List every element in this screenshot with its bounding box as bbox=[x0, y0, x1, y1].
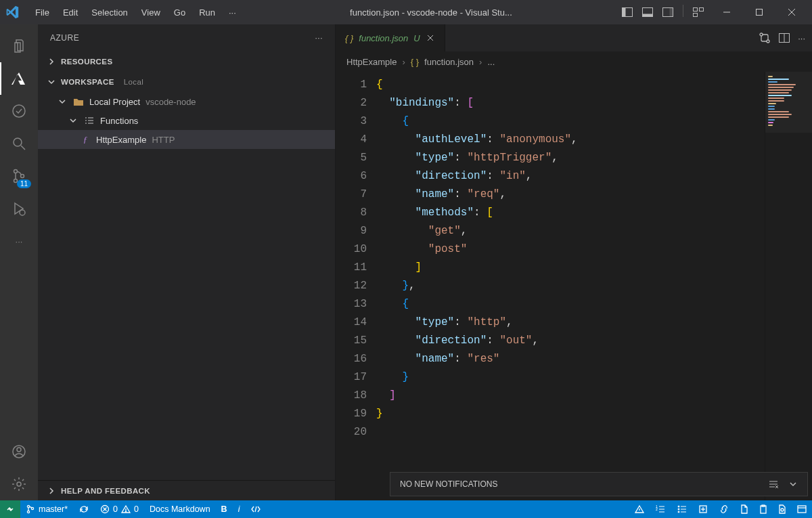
tree-function-httpexample[interactable]: ƒ HttpExample HTTP bbox=[38, 130, 335, 149]
status-problems[interactable]: 0 0 bbox=[95, 500, 144, 518]
collapse-notifications-icon[interactable] bbox=[788, 479, 798, 489]
sidebar: AZURE ··· RESOURCES WORKSPACE Local Loc bbox=[38, 24, 336, 500]
tab-function-json[interactable]: { } function.json U bbox=[336, 24, 445, 51]
status-preview-icon[interactable] bbox=[773, 500, 792, 518]
activity-account-icon[interactable] bbox=[0, 435, 38, 468]
svg-rect-6 bbox=[694, 8, 698, 12]
minimap[interactable] bbox=[765, 72, 812, 500]
section-workspace-tag: Local bbox=[124, 78, 144, 86]
menu-view[interactable]: View bbox=[135, 7, 167, 18]
status-file-icon[interactable] bbox=[735, 500, 754, 518]
status-bullet-list-icon[interactable] bbox=[671, 500, 693, 518]
activity-source-control-icon[interactable]: 11 bbox=[0, 160, 38, 192]
chevron-right-icon: › bbox=[479, 57, 482, 67]
menu-selection[interactable]: Selection bbox=[85, 7, 134, 18]
app-window: File Edit Selection View Go Run ··· func… bbox=[0, 0, 812, 518]
status-bold-label: B bbox=[221, 504, 227, 514]
layout-sidebar-left-icon[interactable] bbox=[619, 5, 635, 20]
tab-close-icon[interactable] bbox=[426, 33, 435, 43]
body-row: 11 ··· AZURE ··· R bbox=[0, 24, 812, 500]
svg-rect-3 bbox=[643, 14, 653, 17]
layout-panel-bottom-icon[interactable] bbox=[639, 5, 656, 20]
tree-function-name: HttpExample bbox=[96, 135, 146, 145]
breadcrumb-seg-folder[interactable]: HttpExample bbox=[346, 57, 397, 67]
activity-search-icon[interactable] bbox=[0, 127, 38, 160]
svg-point-14 bbox=[14, 138, 22, 146]
editor-more-icon[interactable]: ··· bbox=[798, 33, 805, 43]
activity-settings-icon[interactable] bbox=[0, 468, 38, 500]
line-number: 13 bbox=[336, 295, 367, 314]
layout-customize-icon[interactable] bbox=[690, 5, 706, 20]
svg-point-33 bbox=[767, 40, 769, 43]
section-workspace[interactable]: WORKSPACE Local bbox=[38, 72, 335, 92]
notifications-panel[interactable]: NO NEW NOTIFICATIONS bbox=[390, 472, 808, 496]
line-number: 17 bbox=[336, 368, 367, 387]
line-number: 6 bbox=[336, 167, 367, 186]
svg-line-15 bbox=[21, 146, 25, 150]
line-number: 1 bbox=[336, 76, 367, 94]
status-italic-label: i bbox=[238, 504, 240, 514]
status-branch[interactable]: master* bbox=[20, 500, 73, 518]
tab-actions: ··· bbox=[752, 24, 812, 51]
window-maximize-icon[interactable] bbox=[744, 0, 774, 24]
status-new-file-icon[interactable] bbox=[693, 500, 713, 518]
line-number: 10 bbox=[336, 240, 367, 259]
section-resources[interactable]: RESOURCES bbox=[38, 51, 335, 72]
status-warnings-count: 0 bbox=[134, 504, 139, 514]
status-docs-markdown[interactable]: Docs Markdown bbox=[144, 500, 216, 518]
section-resources-label: RESOURCES bbox=[61, 58, 112, 66]
editor-body: 1 2 3 4 5 6 7 8 9 10 11 12 13 14 15 16 1 bbox=[336, 72, 812, 500]
scm-badge: 11 bbox=[17, 179, 31, 188]
breadcrumb[interactable]: HttpExample › { } function.json › ... bbox=[336, 51, 812, 72]
status-window-icon[interactable] bbox=[792, 500, 812, 518]
line-number: 4 bbox=[336, 131, 367, 149]
sidebar-more-icon[interactable]: ··· bbox=[315, 33, 323, 43]
activity-explorer-icon[interactable] bbox=[0, 30, 38, 62]
status-remote-icon[interactable] bbox=[0, 500, 20, 518]
breadcrumb-tail[interactable]: ... bbox=[487, 57, 495, 67]
compare-changes-icon[interactable] bbox=[759, 32, 771, 44]
activity-run-debug-icon[interactable] bbox=[0, 192, 38, 225]
line-number: 9 bbox=[336, 222, 367, 240]
svg-point-57 bbox=[678, 509, 679, 510]
sidebar-title: AZURE bbox=[50, 33, 315, 43]
status-link-icon[interactable] bbox=[713, 500, 735, 518]
menu-more-icon[interactable]: ··· bbox=[222, 7, 243, 18]
status-italic[interactable]: i bbox=[233, 500, 246, 518]
window-close-icon[interactable] bbox=[777, 0, 807, 24]
line-number: 11 bbox=[336, 259, 367, 277]
layout-controls bbox=[619, 5, 706, 20]
tree-functions[interactable]: Functions bbox=[38, 111, 335, 130]
menu-file[interactable]: File bbox=[28, 7, 56, 18]
code-content[interactable]: { "bindings": [ { "authLevel": "anonymou… bbox=[376, 72, 765, 500]
clear-notifications-icon[interactable] bbox=[768, 479, 779, 489]
line-number: 8 bbox=[336, 204, 367, 222]
activity-testing-icon[interactable] bbox=[0, 95, 38, 127]
svg-rect-64 bbox=[761, 506, 766, 513]
status-code-icon[interactable] bbox=[245, 500, 267, 518]
activity-azure-icon[interactable] bbox=[0, 62, 38, 95]
section-help[interactable]: HELP AND FEEDBACK bbox=[38, 480, 335, 500]
status-alert-icon[interactable] bbox=[629, 500, 650, 518]
window-minimize-icon[interactable] bbox=[712, 0, 742, 24]
vscode-logo-icon bbox=[5, 5, 19, 19]
layout-sidebar-right-icon[interactable] bbox=[660, 5, 676, 20]
status-sync-icon[interactable] bbox=[73, 500, 95, 518]
svg-rect-10 bbox=[757, 9, 763, 16]
svg-rect-8 bbox=[694, 14, 698, 17]
chevron-right-icon bbox=[47, 58, 55, 66]
status-bold[interactable]: B bbox=[216, 500, 233, 518]
menu-go[interactable]: Go bbox=[167, 7, 192, 18]
activity-more-icon[interactable]: ··· bbox=[0, 225, 38, 257]
split-editor-icon[interactable] bbox=[779, 33, 790, 43]
menu-run[interactable]: Run bbox=[192, 7, 222, 18]
svg-marker-19 bbox=[15, 203, 23, 214]
tree-local-project[interactable]: Local Project vscode-node bbox=[38, 92, 335, 111]
status-clipboard-icon[interactable] bbox=[754, 500, 773, 518]
status-numbered-list-icon[interactable]: 12 bbox=[650, 500, 671, 518]
breadcrumb-seg-file[interactable]: function.json bbox=[424, 57, 474, 67]
menu-edit[interactable]: Edit bbox=[56, 7, 85, 18]
svg-point-41 bbox=[27, 505, 29, 507]
svg-point-48 bbox=[125, 511, 126, 512]
minimap-viewport[interactable] bbox=[765, 72, 812, 133]
